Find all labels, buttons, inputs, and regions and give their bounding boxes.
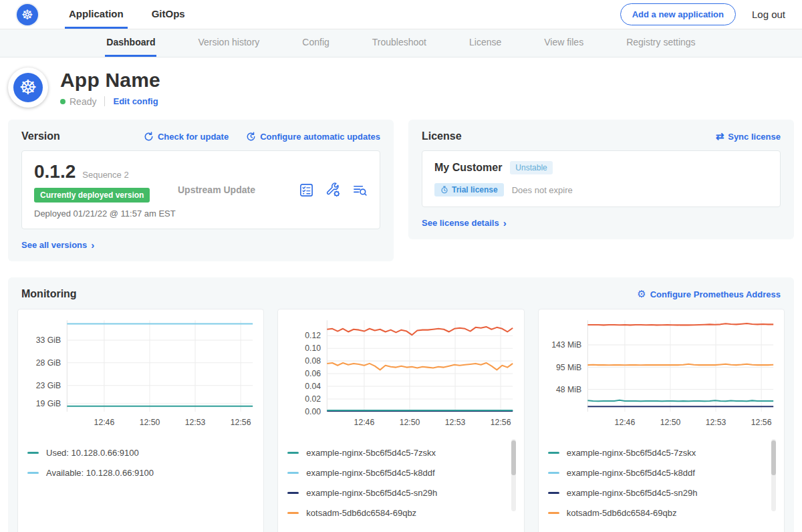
subnav-dashboard[interactable]: Dashboard (105, 29, 156, 57)
svg-text:0.10: 0.10 (305, 344, 321, 353)
svg-text:12:53: 12:53 (705, 418, 726, 427)
svg-text:12:56: 12:56 (751, 418, 771, 427)
legend-color-dash-icon (27, 452, 39, 454)
cpu-usage-chart-card: 0.000.020.040.060.080.100.1212:4612:5012… (277, 309, 524, 532)
version-card-title: Version (21, 130, 60, 142)
legend-scrollbar[interactable] (511, 439, 516, 511)
svg-text:12:50: 12:50 (400, 418, 420, 427)
svg-text:33 GiB: 33 GiB (36, 336, 61, 345)
sync-license-link[interactable]: ⇄ Sync license (716, 130, 781, 142)
svg-text:95 MiB: 95 MiB (556, 363, 581, 372)
preflight-checks-icon[interactable] (299, 182, 314, 198)
see-all-versions-link[interactable]: See all versions › (21, 239, 94, 251)
svg-text:12:46: 12:46 (354, 418, 375, 427)
logout-link[interactable]: Log out (752, 9, 785, 20)
svg-text:0.00: 0.00 (305, 407, 321, 416)
legend-item: kotsadm-5db6dc6584-69qbz (287, 508, 514, 518)
legend-color-dash-icon (548, 492, 559, 494)
legend-item: kotsadm-5db6dc6584-69qbz (548, 508, 775, 518)
kubernetes-logo-icon: ☸ (17, 4, 38, 25)
status-dot-icon (60, 99, 65, 104)
svg-text:12:56: 12:56 (231, 418, 251, 427)
currently-deployed-badge: Currently deployed version (34, 188, 150, 203)
chart-svg: 48 MiB95 MiB143 MiB12:4612:5012:5312:56 (545, 316, 777, 432)
legend-item: example-nginx-5bc6f5d4c5-sn29h (548, 488, 775, 498)
app-icon: ☸ (8, 68, 48, 108)
disk-usage-chart-card: 19 GiB23 GiB28 GiB33 GiB12:4612:5012:531… (17, 309, 264, 532)
version-card: Version Check for update Configure au (8, 120, 394, 261)
svg-text:0.04: 0.04 (305, 382, 321, 391)
kubernetes-app-icon: ☸ (13, 73, 43, 102)
sync-icon: ⇄ (716, 130, 724, 142)
view-logs-icon[interactable] (352, 182, 368, 198)
configure-prometheus-link[interactable]: ⚙ Configure Prometheus Address (637, 288, 781, 300)
version-number: 0.1.2 (34, 161, 76, 182)
add-application-button[interactable]: Add a new application (620, 3, 736, 25)
svg-text:0.06: 0.06 (305, 369, 321, 378)
svg-text:0.12: 0.12 (305, 331, 321, 340)
tab-gitops[interactable]: GitOps (148, 0, 189, 29)
svg-text:28 GiB: 28 GiB (36, 358, 61, 368)
version-source: Upstream Update (178, 184, 255, 195)
chart-legend: Used: 10.128.0.66:9100 Available: 10.128… (25, 438, 257, 528)
version-sequence: Sequence 2 (82, 170, 128, 180)
license-card: License ⇄ Sync license My Customer Unsta… (408, 120, 794, 239)
clock-refresh-icon (246, 132, 256, 142)
legend-item: example-nginx-5bc6f5d4c5-k8ddf (287, 468, 514, 478)
subnav-license[interactable]: License (468, 29, 503, 57)
legend-color-dash-icon (287, 472, 299, 474)
see-license-details-link[interactable]: See license details › (422, 217, 507, 229)
scrollbar-thumb[interactable] (511, 440, 516, 475)
legend-item: Used: 10.128.0.66:9100 (27, 448, 254, 458)
check-for-update-link[interactable]: Check for update (144, 132, 229, 142)
app-name-title: App Name (60, 69, 160, 92)
license-card-title: License (422, 130, 462, 142)
legend-color-dash-icon (548, 452, 559, 454)
chevron-right-icon: › (503, 217, 507, 229)
svg-text:12:46: 12:46 (614, 418, 635, 427)
subnav-view-files[interactable]: View files (543, 29, 585, 57)
legend-item: example-nginx-5bc6f5d4c5-7zskx (548, 448, 775, 458)
chart-svg: 19 GiB23 GiB28 GiB33 GiB12:4612:5012:531… (25, 316, 257, 432)
subnav-registry-settings[interactable]: Registry settings (625, 29, 696, 57)
edit-config-link[interactable]: Edit config (113, 96, 158, 106)
svg-text:48 MiB: 48 MiB (556, 385, 581, 394)
brand[interactable]: ☸ (17, 0, 38, 29)
gear-icon: ⚙ (637, 288, 646, 300)
legend-color-dash-icon (287, 512, 299, 514)
memory-usage-chart-card: 48 MiB95 MiB143 MiB12:4612:5012:5312:56 … (538, 309, 785, 532)
svg-text:23 GiB: 23 GiB (36, 381, 61, 390)
svg-text:143 MiB: 143 MiB (551, 340, 581, 350)
svg-text:12:53: 12:53 (185, 418, 206, 427)
divider (104, 96, 105, 106)
legend-scrollbar[interactable] (771, 439, 776, 511)
app-sub-nav: Dashboard Version history Config Trouble… (0, 29, 802, 57)
app-status: Ready (70, 96, 96, 107)
scrollbar-thumb[interactable] (771, 440, 776, 475)
svg-text:0.08: 0.08 (305, 356, 321, 366)
legend-item: example-nginx-5bc6f5d4c5-7zskx (287, 448, 514, 458)
svg-text:12:56: 12:56 (491, 418, 511, 427)
svg-text:12:46: 12:46 (94, 418, 115, 427)
tab-application[interactable]: Application (65, 0, 128, 29)
subnav-troubleshoot[interactable]: Troubleshoot (371, 29, 428, 57)
monitoring-section: Monitoring ⚙ Configure Prometheus Addres… (8, 277, 794, 532)
legend-item: example-nginx-5bc6f5d4c5-k8ddf (548, 468, 775, 478)
stopwatch-icon (440, 186, 448, 194)
channel-badge: Unstable (510, 161, 552, 174)
svg-text:12:50: 12:50 (660, 418, 680, 427)
configure-automatic-updates-link[interactable]: Configure automatic updates (246, 132, 380, 142)
deployed-timestamp: Deployed 01/21/22 @ 11:57 am EST (34, 209, 178, 219)
legend-color-dash-icon (27, 472, 39, 474)
subnav-config[interactable]: Config (301, 29, 330, 57)
refresh-icon (144, 132, 154, 142)
legend-color-dash-icon (548, 472, 559, 474)
license-expiry: Does not expire (512, 185, 573, 195)
subnav-version-history[interactable]: Version history (196, 29, 261, 57)
chevron-right-icon: › (91, 239, 94, 251)
top-nav: ☸ Application GitOps Add a new applicati… (0, 0, 802, 29)
legend-color-dash-icon (287, 492, 299, 494)
monitoring-title: Monitoring (21, 288, 77, 300)
app-header: ☸ App Name Ready Edit config (0, 57, 802, 120)
config-wrench-icon[interactable] (325, 182, 341, 198)
